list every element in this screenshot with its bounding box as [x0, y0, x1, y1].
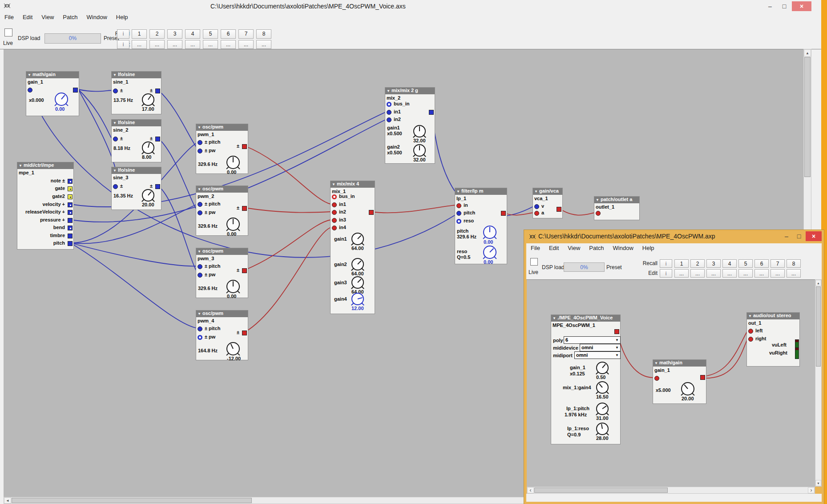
node-sine_2[interactable]: ▼lfo/sinesine_2±±8.18 Hz8.00 [111, 119, 161, 162]
menu-patch[interactable]: Patch [585, 243, 608, 254]
node-header[interactable]: ▼osc/pwm [196, 186, 248, 193]
node-pwm_3[interactable]: ▼osc/pwmpwm_3± pitch± pw±329.6 Hz0.00 [196, 248, 248, 298]
preset-button-1[interactable]: 1 [674, 259, 689, 268]
scroll-up-button[interactable]: ▲ [815, 280, 821, 286]
knob[interactable] [349, 255, 367, 273]
knob[interactable] [593, 400, 611, 418]
port-square[interactable] [429, 110, 434, 115]
node-vca_1[interactable]: ▼gain/vcavca_1va [533, 188, 563, 218]
menu-window[interactable]: Window [609, 243, 638, 254]
port-in1[interactable] [387, 110, 391, 115]
node-sine_3[interactable]: ▼lfo/sinesine_3±±16.35 Hz20.00 [111, 167, 161, 210]
port-bus_in[interactable] [332, 194, 337, 199]
port-pressure[interactable] [68, 218, 73, 223]
close-button[interactable]: × [792, 1, 811, 11]
knob[interactable] [224, 339, 242, 358]
port-reso[interactable] [456, 219, 461, 224]
port-bus_in[interactable] [387, 102, 391, 107]
knob[interactable] [678, 379, 697, 398]
knob[interactable] [411, 141, 428, 159]
preset-button-...[interactable]: ... [238, 40, 254, 49]
menu-file[interactable]: File [526, 243, 545, 254]
knob[interactable] [139, 139, 157, 157]
dropdown-poly[interactable]: 6▼ [564, 336, 621, 344]
port-pitch[interactable] [198, 264, 202, 269]
port-circle[interactable] [113, 137, 118, 141]
node-pwm_4[interactable]: ▼osc/pwmpwm_4± pitch± pw±164.8 Hz-12.00 [196, 310, 248, 360]
preset-button-i[interactable]: i [117, 40, 129, 49]
menu-help[interactable]: Help [638, 243, 659, 254]
knob[interactable] [593, 379, 611, 396]
node-header[interactable]: ▼audio/out stereo [747, 313, 799, 319]
preset-button-...[interactable]: ... [674, 269, 689, 278]
port-square[interactable] [242, 144, 247, 149]
port-left[interactable] [748, 329, 753, 334]
dropdown-midiport[interactable]: omni▼ [574, 351, 621, 359]
node-header[interactable]: ▼lfo/sine [112, 167, 161, 174]
maximize-button[interactable]: □ [778, 1, 791, 11]
preset-button-i[interactable]: i [660, 269, 672, 278]
scroll-right-button[interactable]: › [808, 487, 815, 493]
preset-button-...[interactable]: ... [167, 40, 182, 49]
node-header[interactable]: ▼./MPE_4OscPWM_Voice [551, 315, 620, 322]
node-header[interactable]: ▼mix/mix 4 [331, 181, 375, 188]
knob[interactable] [139, 186, 157, 204]
node-header[interactable]: ▼math/gain [26, 72, 79, 78]
preset-button-...[interactable]: ... [738, 269, 753, 278]
preset-button-5[interactable]: 5 [203, 29, 218, 39]
port-pitch[interactable] [198, 202, 202, 207]
node-lp_1[interactable]: ▼filter/lp mlp_1inpitchresopitch329.6 Hz… [455, 188, 507, 264]
preset-button-5[interactable]: 5 [738, 259, 753, 268]
knob[interactable] [593, 420, 611, 438]
preset-button-6[interactable]: 6 [221, 29, 236, 39]
port-square[interactable] [242, 268, 247, 273]
preset-button-i[interactable]: i [117, 29, 129, 39]
subpatch-canvas[interactable]: ▼./MPE_4OscPWM_VoiceMPE_4OscPWM_1gain_1x… [527, 279, 815, 487]
node-header[interactable]: ▼lfo/sine [112, 72, 161, 78]
menu-edit[interactable]: Edit [18, 12, 37, 23]
node-header[interactable]: ▼midi/ctrl/mpe [17, 162, 73, 169]
port-bend[interactable] [68, 226, 73, 230]
node-out_1[interactable]: ▼audio/out stereoout_1leftrightvuLeftvuR… [746, 312, 800, 367]
port-right[interactable] [748, 337, 753, 342]
scroll-up-button[interactable]: ▲ [804, 49, 811, 56]
port-square[interactable] [242, 331, 247, 335]
node-pwm_1[interactable]: ▼osc/pwmpwm_1± pitch± pw±329.6 Hz0.00 [196, 124, 248, 174]
scroll-left-button[interactable]: ‹ [527, 487, 534, 493]
minimize-button[interactable]: – [763, 1, 777, 11]
knob[interactable] [224, 277, 242, 296]
node-mpe_1[interactable]: ▼midi/ctrl/mpempe_1note ±gategate2veloci… [17, 162, 74, 250]
port-in1[interactable] [332, 202, 337, 207]
node-mix_2[interactable]: ▼mix/mix 2 gmix_2bus_inin1in2gain1x0.500… [385, 87, 435, 164]
preset-button-...[interactable]: ... [771, 269, 785, 278]
preset-button-...[interactable]: ... [149, 40, 165, 49]
preset-button-i[interactable]: i [660, 259, 672, 268]
port-circle[interactable] [28, 88, 32, 93]
node-header[interactable]: ▼math/gain [653, 360, 706, 367]
scroll-down-button[interactable]: ▼ [815, 480, 821, 486]
close-button[interactable]: × [806, 231, 822, 241]
knob[interactable] [480, 223, 499, 242]
node-header[interactable]: ▼osc/pwm [196, 310, 248, 317]
preset-button-8[interactable]: 8 [256, 29, 271, 39]
preset-button-...[interactable]: ... [690, 269, 705, 278]
preset-button-2[interactable]: 2 [690, 259, 705, 268]
node-pwm_2[interactable]: ▼osc/pwmpwm_2± pitch± pw±329.6 Hz0.00 [196, 185, 248, 236]
port-pitch[interactable] [68, 241, 73, 246]
port-a[interactable] [534, 211, 539, 216]
port-releaseVelocity[interactable] [68, 210, 73, 215]
port-circle[interactable] [113, 89, 118, 93]
port-in2[interactable] [332, 210, 337, 215]
node-header[interactable]: ▼patch/outlet a [594, 197, 639, 203]
sub-titlebar[interactable]: C:\Users\hkkdr\Documents\axolotiPatches\… [524, 230, 824, 243]
node-header[interactable]: ▼osc/pwm [196, 248, 248, 255]
scrollbar-thumb[interactable] [816, 286, 821, 367]
port-velocity[interactable] [68, 202, 73, 207]
preset-button-...[interactable]: ... [787, 269, 801, 278]
port-pitch[interactable] [198, 140, 202, 145]
knob[interactable] [224, 153, 242, 172]
knob[interactable] [411, 122, 428, 140]
preset-button-7[interactable]: 7 [771, 259, 785, 268]
horizontal-scrollbar[interactable]: ‹ › [527, 487, 815, 494]
menu-file[interactable]: File [0, 12, 18, 23]
